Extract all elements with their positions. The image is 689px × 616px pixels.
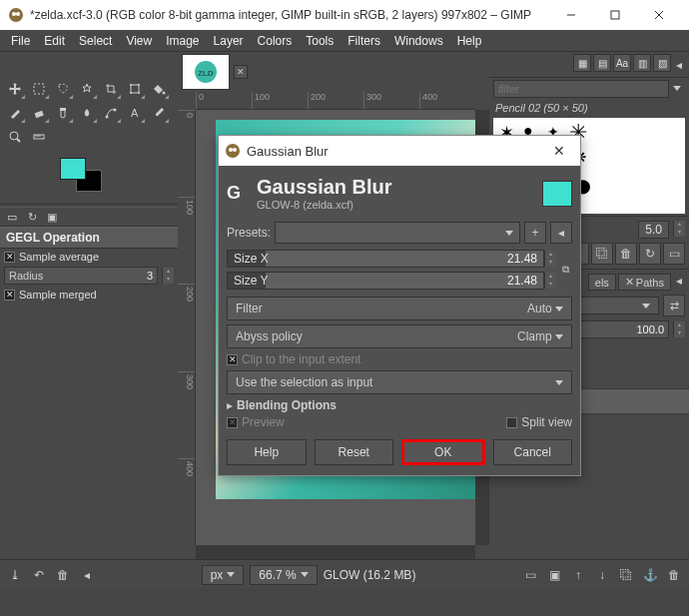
tool-move[interactable] [4, 78, 26, 100]
preset-add-button[interactable]: + [524, 222, 546, 244]
tool-text[interactable]: A [124, 102, 146, 124]
menu-view[interactable]: View [119, 34, 159, 48]
tool-clone[interactable] [52, 102, 74, 124]
tab-paths[interactable]: ✕Paths [618, 274, 671, 291]
presets-select[interactable] [275, 222, 520, 244]
menu-help[interactable]: Help [450, 34, 489, 48]
sample-average-check[interactable]: ✕ [4, 252, 15, 263]
sb-r4-icon[interactable]: ↓ [593, 566, 611, 584]
radius-spinner[interactable]: ▴▾ [162, 268, 174, 284]
size-y-slider[interactable]: Size Y21.48 ▴▾ [227, 271, 556, 291]
brush-open-icon[interactable]: ▭ [663, 243, 685, 265]
tab-more-icon[interactable]: ▨ [653, 54, 671, 72]
help-button[interactable]: Help [227, 439, 307, 465]
brush-del-icon[interactable]: 🗑 [615, 243, 637, 265]
menu-windows[interactable]: Windows [387, 34, 450, 48]
svg-point-28 [229, 148, 233, 152]
spacing-field[interactable]: 5.0 [638, 221, 669, 239]
radius-field[interactable]: Radius 3 [4, 267, 158, 285]
dialog-close-button[interactable]: ✕ [544, 143, 574, 159]
splitview-check[interactable] [506, 417, 517, 428]
sb-del-icon[interactable]: 🗑 [54, 566, 72, 584]
menu-select[interactable]: Select [72, 34, 119, 48]
cancel-button[interactable]: Cancel [493, 439, 573, 465]
reset-button[interactable]: Reset [315, 439, 394, 465]
minimize-button[interactable] [549, 0, 593, 30]
tab-undo-icon[interactable]: ▣ [44, 210, 60, 224]
sb-r1-icon[interactable]: ▭ [521, 566, 539, 584]
selection-input-select[interactable]: Use the selection as input [227, 370, 572, 394]
dialog-title: Gaussian Blur [247, 144, 544, 159]
preview-check[interactable]: ✕ [227, 417, 238, 428]
blending-label[interactable]: Blending Options [237, 398, 337, 412]
size-x-slider[interactable]: Size X21.48 ▴▾ [227, 249, 556, 269]
sb-r2-icon[interactable]: ▣ [545, 566, 563, 584]
sample-merged-check[interactable]: ✕ [4, 290, 15, 301]
color-swatches[interactable] [60, 158, 110, 198]
unit-select[interactable]: px [202, 565, 245, 585]
tab-docs-icon[interactable]: ▥ [633, 54, 651, 72]
size-x-spinner[interactable]: ▴▾ [544, 251, 556, 267]
menu-colors[interactable]: Colors [251, 34, 300, 48]
brush-refresh-icon[interactable]: ↻ [639, 243, 661, 265]
opacity-spinner[interactable]: ▴▾ [673, 321, 685, 337]
spacing-spinner[interactable]: ▴▾ [673, 221, 685, 239]
sb-r5-icon[interactable]: ⿻ [617, 566, 635, 584]
tab-menu-icon[interactable]: ◂ [673, 54, 685, 75]
filter-select[interactable]: FilterAuto [227, 297, 572, 320]
close-image-icon[interactable]: ✕ [234, 65, 248, 79]
menu-tools[interactable]: Tools [299, 34, 341, 48]
menu-image[interactable]: Image [159, 34, 206, 48]
zoom-select[interactable]: 66.7 % [250, 565, 317, 585]
tool-smudge[interactable] [76, 102, 98, 124]
tool-zoom[interactable] [4, 126, 26, 148]
maximize-button[interactable] [593, 0, 637, 30]
mode-switch-icon[interactable]: ⇄ [663, 295, 685, 316]
abyss-select[interactable]: Abyss policyClamp [227, 324, 572, 348]
tab-tool-options[interactable]: ▭ [4, 210, 20, 224]
tool-pencil[interactable] [4, 102, 26, 124]
brush-dup-icon[interactable]: ⿻ [591, 243, 613, 265]
preset-menu-button[interactable]: ◂ [550, 222, 572, 244]
ruler-vertical[interactable]: 0100200300400 [178, 110, 196, 545]
filter-chevron-icon[interactable] [669, 80, 685, 98]
size-y-spinner[interactable]: ▴▾ [544, 273, 556, 289]
sb-undo-icon[interactable]: ↶ [30, 566, 48, 584]
tool-bucket[interactable] [148, 78, 170, 100]
scrollbar-horizontal[interactable] [196, 545, 475, 559]
sb-r7-icon[interactable]: 🗑 [665, 566, 683, 584]
tool-path[interactable] [100, 102, 122, 124]
menu-filters[interactable]: Filters [341, 34, 387, 48]
brush-filter-input[interactable] [493, 80, 669, 98]
clip-check[interactable]: ✕ [227, 354, 238, 365]
tool-fuzzy-select[interactable] [76, 78, 98, 100]
preview-label: Preview [242, 415, 285, 429]
menu-layer[interactable]: Layer [207, 34, 251, 48]
tab-menu2-icon[interactable]: ◂ [673, 274, 685, 291]
ok-button[interactable]: OK [401, 439, 485, 465]
close-button[interactable] [637, 0, 681, 30]
tool-eyedropper[interactable] [148, 102, 170, 124]
tab-refresh-icon[interactable]: ↻ [24, 210, 40, 224]
ruler-horizontal[interactable]: 0100200300400 [196, 92, 475, 110]
tab-channels[interactable]: els [588, 274, 616, 291]
tool-crop[interactable] [100, 78, 122, 100]
svg-point-2 [16, 12, 20, 16]
menu-edit[interactable]: Edit [37, 34, 72, 48]
tab-fonts-icon[interactable]: Aa [613, 54, 631, 72]
sb-r3-icon[interactable]: ↑ [569, 566, 587, 584]
tool-measure[interactable] [28, 126, 50, 148]
tab-patterns-icon[interactable]: ▤ [593, 54, 611, 72]
sb-menu-icon[interactable]: ◂ [78, 566, 96, 584]
sb-r6-icon[interactable]: ⚓ [641, 566, 659, 584]
tool-transform[interactable] [124, 78, 146, 100]
image-thumb[interactable]: ZLD [182, 54, 230, 90]
menu-file[interactable]: File [4, 34, 37, 48]
tool-free-select[interactable] [52, 78, 74, 100]
sb-save-icon[interactable]: ⤓ [6, 566, 24, 584]
tab-brushes-icon[interactable]: ▦ [573, 54, 591, 72]
tool-eraser[interactable] [28, 102, 50, 124]
tool-rect-select[interactable] [28, 78, 50, 100]
chain-link-icon[interactable]: ⧉ [558, 264, 572, 276]
foreground-swatch[interactable] [60, 158, 86, 180]
